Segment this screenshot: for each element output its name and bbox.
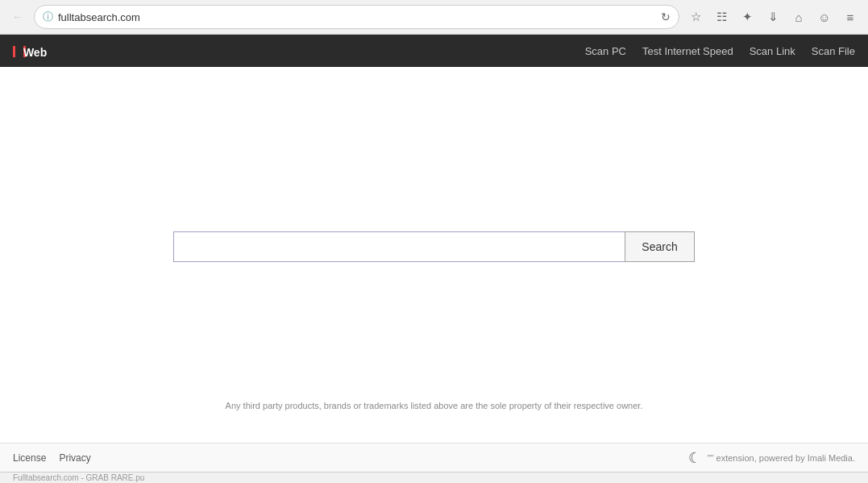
bottom-bar-text: Fulltabsearch.com - GRAB RARE.pu [13, 473, 144, 482]
footer-right: ☾ "" extension, powered by Imali Media. [688, 449, 855, 467]
sync-button[interactable]: ☺ [813, 6, 836, 28]
moon-icon: ☾ [688, 449, 701, 467]
reload-button[interactable]: ↻ [661, 10, 671, 23]
bookmark-button[interactable]: ☆ [684, 6, 707, 28]
nav-test-speed[interactable]: Test Internet Speed [642, 45, 733, 57]
search-button[interactable]: Search [625, 231, 694, 262]
brand-accent [13, 46, 15, 57]
disclaimer-text: Any third party products, brands or trad… [226, 401, 643, 410]
menu-button[interactable]: ≡ [839, 6, 862, 28]
browser-toolbar: ← ⓘ fulltabsearch.com ↻ ☆ ☷ ✦ ⇓ ⌂ ☺ ≡ [0, 0, 868, 34]
search-container: Search [173, 231, 694, 262]
nav-links: Scan PC Test Internet Speed Scan Link Sc… [585, 45, 855, 57]
main-content: Search Any third party products, brands … [0, 67, 868, 443]
download-button[interactable]: ⇓ [762, 6, 784, 28]
toolbar-icons: ☆ ☷ ✦ ⇓ ⌂ ☺ ≡ [684, 6, 862, 28]
url-text: fulltabsearch.com [58, 11, 656, 23]
search-input[interactable] [173, 231, 625, 262]
brand-text: Web [23, 46, 26, 57]
site-navbar: Web Scan PC Test Internet Speed Scan Lin… [0, 35, 868, 67]
address-bar: ⓘ fulltabsearch.com ↻ [34, 5, 679, 29]
nav-scan-link[interactable]: Scan Link [750, 45, 795, 57]
reader-button[interactable]: ☷ [710, 6, 733, 28]
browser-chrome: ← ⓘ fulltabsearch.com ↻ ☆ ☷ ✦ ⇓ ⌂ ☺ ≡ [0, 0, 868, 35]
footer-license-link[interactable]: License [13, 452, 46, 464]
nav-scan-pc[interactable]: Scan PC [585, 45, 626, 57]
footer: License Privacy ☾ "" extension, powered … [0, 443, 868, 472]
pocket-button[interactable]: ✦ [736, 6, 758, 28]
bottom-bar: Fulltabsearch.com - GRAB RARE.pu [0, 472, 868, 483]
nav-brand: Web [13, 44, 31, 57]
info-icon[interactable]: ⓘ [43, 10, 53, 24]
home-button[interactable]: ⌂ [787, 6, 810, 28]
nav-scan-file[interactable]: Scan File [812, 45, 855, 57]
back-button[interactable]: ← [6, 6, 29, 28]
powered-text: "" extension, powered by Imali Media. [708, 453, 855, 463]
footer-privacy-link[interactable]: Privacy [59, 452, 90, 464]
footer-links: License Privacy [13, 452, 91, 464]
